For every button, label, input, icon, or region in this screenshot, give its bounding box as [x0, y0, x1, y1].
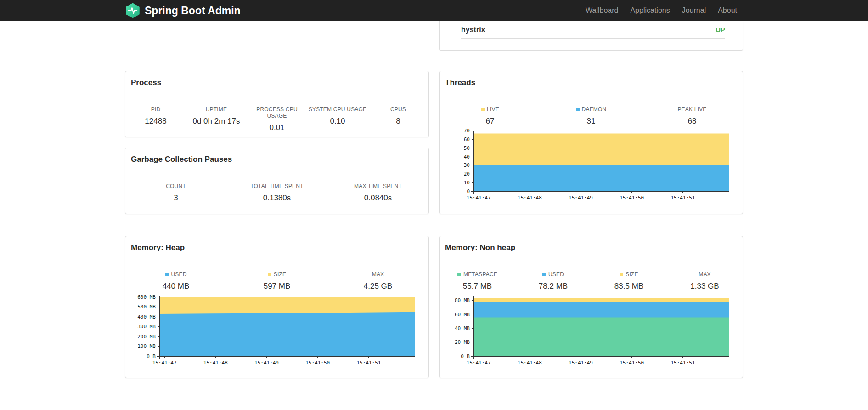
nonheap-card-title: Memory: Non heap: [440, 236, 743, 259]
stat-nonheap-metaspace: METASPACE 55.7 MB: [440, 271, 515, 291]
main-content: Process PID 12488 UPTIME 0d 0h 2m 17s PR…: [125, 21, 743, 378]
svg-text:15:41:47: 15:41:47: [467, 360, 491, 366]
svg-text:0: 0: [467, 188, 470, 194]
svg-text:600 MB: 600 MB: [137, 294, 156, 300]
svg-text:30: 30: [464, 162, 470, 168]
svg-text:15:41:50: 15:41:50: [305, 360, 330, 366]
svg-text:70: 70: [464, 128, 470, 134]
svg-text:40 MB: 40 MB: [455, 325, 470, 331]
stat-pid: PID 12488: [125, 106, 186, 132]
brand-title: Spring Boot Admin: [145, 5, 241, 17]
svg-text:60: 60: [464, 137, 470, 142]
process-card: Process PID 12488 UPTIME 0d 0h 2m 17s PR…: [125, 71, 429, 137]
svg-text:10: 10: [464, 180, 470, 186]
size-legend-marker: [620, 273, 623, 276]
nav-link-wallboard[interactable]: Wallboard: [580, 0, 624, 21]
application-row[interactable]: hystrix UP: [461, 21, 725, 39]
svg-text:40: 40: [464, 154, 470, 160]
stat-gc-max-time: MAX TIME SPENT 0.0840s: [327, 183, 428, 203]
svg-text:0 B: 0 B: [461, 353, 470, 359]
brand-logo-icon: [125, 3, 141, 18]
threads-chart: 01020304050607015:41:4715:41:4815:41:491…: [440, 128, 743, 206]
memory-nonheap-card: Memory: Non heap METASPACE 55.7 MB USED …: [439, 236, 743, 378]
threads-card: Threads LIVE 67 DAEMON 31: [439, 71, 743, 214]
svg-text:200 MB: 200 MB: [137, 334, 156, 340]
stat-gc-count: COUNT 3: [125, 183, 226, 203]
nav-links: Wallboard Applications Journal About: [580, 0, 743, 21]
svg-text:400 MB: 400 MB: [137, 314, 156, 320]
svg-text:15:41:51: 15:41:51: [356, 360, 381, 366]
stat-nonheap-size: SIZE 83.5 MB: [591, 271, 667, 291]
svg-text:50: 50: [464, 145, 470, 151]
memory-heap-chart: 0 B100 MB200 MB300 MB400 MB500 MB600 MB1…: [125, 293, 428, 371]
application-name[interactable]: hystrix: [461, 26, 485, 34]
svg-text:20 MB: 20 MB: [455, 339, 470, 345]
applications-status-card: hystrix UP: [439, 21, 743, 51]
nav-link-about[interactable]: About: [712, 0, 743, 21]
stat-heap-used: USED 440 MB: [125, 271, 226, 291]
used-legend-marker: [542, 273, 546, 276]
navbar: Spring Boot Admin Wallboard Applications…: [0, 0, 868, 21]
svg-text:15:41:51: 15:41:51: [671, 195, 695, 201]
svg-text:15:41:48: 15:41:48: [518, 195, 542, 201]
svg-text:0 B: 0 B: [147, 353, 156, 359]
svg-text:15:41:47: 15:41:47: [467, 195, 491, 201]
svg-text:15:41:49: 15:41:49: [569, 195, 593, 201]
process-card-title: Process: [125, 71, 428, 94]
stat-nonheap-max: MAX 1.33 GB: [667, 271, 743, 291]
brand-link[interactable]: Spring Boot Admin: [125, 3, 241, 18]
svg-text:20: 20: [464, 171, 470, 177]
svg-text:15:41:49: 15:41:49: [254, 360, 279, 366]
svg-text:15:41:47: 15:41:47: [152, 360, 177, 366]
application-status-badge: UP: [716, 26, 725, 34]
svg-text:15:41:51: 15:41:51: [671, 360, 695, 366]
metaspace-legend-marker: [457, 273, 461, 276]
svg-text:60 MB: 60 MB: [455, 312, 470, 318]
daemon-legend-marker: [576, 108, 580, 111]
stat-uptime: UPTIME 0d 0h 2m 17s: [186, 106, 247, 132]
nav-link-applications[interactable]: Applications: [624, 0, 676, 21]
svg-text:500 MB: 500 MB: [137, 304, 156, 310]
svg-text:15:41:48: 15:41:48: [518, 360, 542, 366]
stat-process-cpu-usage: PROCESS CPU USAGE 0.01: [247, 106, 307, 132]
stat-system-cpu-usage: SYSTEM CPU USAGE 0.10: [307, 106, 368, 132]
stat-gc-total-time: TOTAL TIME SPENT 0.1380s: [226, 183, 327, 203]
used-legend-marker: [165, 273, 169, 276]
stat-nonheap-used: USED 78.2 MB: [515, 271, 591, 291]
memory-heap-card: Memory: Heap USED 440 MB SIZE 597 MB: [125, 236, 429, 378]
svg-text:100 MB: 100 MB: [137, 343, 156, 349]
size-legend-marker: [268, 273, 271, 276]
svg-text:15:41:50: 15:41:50: [620, 195, 644, 201]
svg-text:15:41:48: 15:41:48: [203, 360, 228, 366]
svg-text:300 MB: 300 MB: [137, 324, 156, 330]
stat-cpus: CPUS 8: [368, 106, 428, 132]
stat-heap-max: MAX 4.25 GB: [327, 271, 428, 291]
gc-card-title: Garbage Collection Pauses: [125, 148, 428, 171]
svg-text:15:41:50: 15:41:50: [620, 360, 644, 366]
stat-threads-live: LIVE 67: [440, 106, 541, 126]
heap-card-title: Memory: Heap: [125, 236, 428, 259]
stat-heap-size: SIZE 597 MB: [226, 271, 327, 291]
live-legend-marker: [481, 108, 485, 111]
svg-text:15:41:49: 15:41:49: [569, 360, 593, 366]
svg-text:80 MB: 80 MB: [455, 297, 470, 303]
threads-card-title: Threads: [440, 71, 743, 94]
gc-pauses-card: Garbage Collection Pauses COUNT 3 TOTAL …: [125, 148, 429, 214]
nav-link-journal[interactable]: Journal: [676, 0, 712, 21]
stat-threads-daemon: DAEMON 31: [541, 106, 642, 126]
stat-threads-peak-live: PEAK LIVE 68: [642, 106, 743, 126]
memory-nonheap-chart: 0 B20 MB40 MB60 MB80 MB15:41:4715:41:481…: [440, 293, 743, 371]
